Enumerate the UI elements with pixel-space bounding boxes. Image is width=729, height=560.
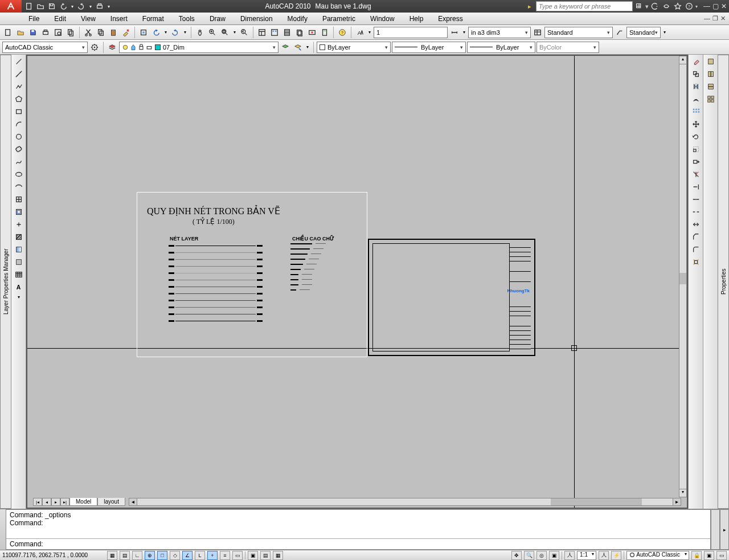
app-menu-button[interactable] [0,0,22,13]
tablestyle-dropdown-icon[interactable]: ▾ [662,27,667,38]
lwt-toggle[interactable]: ≡ [220,551,230,560]
vertical-scrollbar[interactable]: ▴ ▾ [679,56,687,497]
menu-edit[interactable]: Edit [47,13,73,24]
hatch-icon[interactable] [13,231,24,243]
markup-icon[interactable] [306,27,318,38]
menu-insert[interactable]: Insert [104,13,134,24]
ellipse-arc-icon[interactable] [13,181,24,193]
zoom-window-icon[interactable] [219,27,231,38]
textstyle-dropdown-icon[interactable]: ▾ [367,27,372,38]
layer-manager-tab[interactable]: Layer Properties Manager [0,55,11,509]
break-icon[interactable] [690,206,702,218]
steering-wheel-icon[interactable]: ◎ [536,551,547,560]
workspace-settings-icon[interactable] [89,42,100,53]
cut-icon[interactable] [83,27,94,38]
workspace-combo[interactable]: AutoCAD Classic [2,42,88,53]
quick-view-drawings-icon[interactable]: ▦ [273,551,283,560]
drawing-canvas[interactable]: QUY ĐỊNH NÉT TRONG BẢN VẼ ( TỶ LỆ 1/100)… [27,56,687,508]
plotstyle-combo[interactable]: ByColor [536,42,599,53]
design-center-icon[interactable] [269,27,280,38]
minimize-button[interactable]: — [703,2,710,10]
color-combo[interactable]: ByLayer [317,42,391,53]
mdi-minimize-button[interactable]: — [704,15,710,22]
command-scrollbar[interactable] [711,509,720,550]
linetype-combo[interactable]: ByLayer [392,42,466,53]
quickcalc-icon[interactable] [319,27,330,38]
mdi-restore-button[interactable]: ❐ [712,15,718,22]
dim-dropdown-icon[interactable]: ▾ [461,27,467,38]
erase-icon[interactable] [690,56,702,67]
region-icon[interactable] [13,256,24,268]
explode-icon[interactable] [690,256,702,268]
command-options-icon[interactable]: ▸ [720,509,729,550]
pan-icon[interactable] [194,27,206,38]
horizontal-scrollbar[interactable]: ◂ ▸ [129,498,681,506]
close-button[interactable]: ✕ [721,2,727,10]
trim-icon[interactable] [690,169,702,180]
qat-dropdown-icon[interactable]: ▾ [106,1,112,11]
osnap-toggle[interactable]: □ [157,551,167,560]
menu-dimension[interactable]: Dimension [234,13,280,24]
otrack-toggle[interactable]: ∠ [182,551,193,560]
construction-line-icon[interactable] [13,68,24,80]
unknown-icon-2[interactable] [705,68,716,80]
qnew-icon[interactable] [2,27,14,38]
help-icon[interactable]: ? [684,1,694,11]
rotate-icon[interactable] [690,131,702,142]
copy-object-icon[interactable] [690,68,702,80]
move-icon[interactable] [690,118,702,130]
match-properties-icon[interactable] [120,27,132,38]
polygon-icon[interactable] [13,93,24,105]
subscription-icon[interactable] [650,1,660,11]
open-icon[interactable] [15,27,26,38]
search-icon[interactable] [634,1,644,11]
array-icon[interactable] [690,106,702,117]
publish-icon[interactable] [65,27,76,38]
infocenter-search-input[interactable] [536,1,633,11]
plot-preview-icon[interactable] [52,27,64,38]
menu-tools[interactable]: Tools [172,13,202,24]
chamfer-icon[interactable] [690,231,702,243]
gradient-icon[interactable] [13,244,24,255]
menu-express[interactable]: Express [431,13,469,24]
hardware-accel-icon[interactable]: ▣ [704,551,714,560]
text-style-icon[interactable]: A [354,27,366,38]
break-at-point-icon[interactable] [690,194,702,205]
mdi-close-button[interactable]: ✕ [720,15,726,22]
polar-toggle[interactable]: ⊕ [145,551,155,560]
ortho-toggle[interactable]: ∟ [132,551,142,560]
toolbar-lock-icon[interactable]: 🔒 [691,551,702,560]
command-input[interactable] [43,540,707,548]
save-icon[interactable] [27,27,39,38]
help-icon[interactable]: ? [337,27,348,38]
lineweight-combo[interactable]: ByLayer [467,42,535,53]
properties-icon[interactable] [256,27,268,38]
properties-tab[interactable]: Properties [718,55,729,509]
revision-cloud-icon[interactable] [13,144,24,155]
menu-window[interactable]: Window [363,13,402,24]
ellipse-icon[interactable] [13,169,24,180]
mirror-icon[interactable] [690,81,702,92]
point-icon[interactable] [13,219,24,230]
layer-combo[interactable]: 07_Dim [119,42,279,53]
model-tab[interactable]: Model [69,498,97,506]
layer-states-dropdown-icon[interactable]: ▾ [305,42,310,53]
layout-tab[interactable]: layout [97,498,125,506]
extend-icon[interactable] [690,181,702,193]
annotation-scale-icon[interactable]: 人 [564,551,575,560]
layer-properties-icon[interactable] [107,42,118,53]
block-editor-icon[interactable] [138,27,149,38]
zoom-menu-icon[interactable]: ▾ [232,27,237,38]
ducs-toggle[interactable]: L [195,551,205,560]
insert-block-icon[interactable] [13,194,24,205]
table-icon[interactable] [532,27,543,38]
showmotion-icon[interactable]: ▣ [549,551,559,560]
rectangle-icon[interactable] [13,106,24,117]
unknown-icon-3[interactable] [705,81,716,92]
new-icon[interactable] [24,1,34,11]
redo-list-icon[interactable]: ▾ [182,27,188,38]
line-icon[interactable] [13,56,24,67]
zoom-previous-icon[interactable] [239,27,250,38]
redo-dropdown-icon[interactable]: ▾ [88,1,93,11]
spline-icon[interactable] [13,156,24,167]
